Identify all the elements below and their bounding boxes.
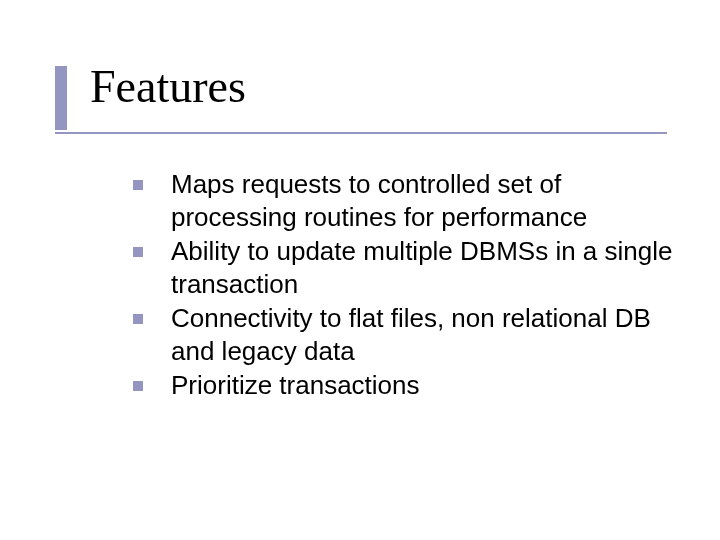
bullet-list: Maps requests to controlled set of proce… [133, 168, 678, 404]
list-item: Maps requests to controlled set of proce… [133, 168, 678, 233]
slide-title: Features [90, 60, 246, 113]
square-bullet-icon [133, 381, 143, 391]
square-bullet-icon [133, 314, 143, 324]
list-item-text: Ability to update multiple DBMSs in a si… [171, 236, 672, 299]
list-item-text: Maps requests to controlled set of proce… [171, 169, 587, 232]
list-item: Connectivity to flat files, non relation… [133, 302, 678, 367]
list-item-text: Prioritize transactions [171, 370, 420, 400]
list-item: Prioritize transactions [133, 369, 678, 402]
title-underline [55, 132, 667, 134]
title-accent-bar [55, 66, 67, 130]
list-item: Ability to update multiple DBMSs in a si… [133, 235, 678, 300]
slide: Features Maps requests to controlled set… [0, 0, 720, 540]
square-bullet-icon [133, 180, 143, 190]
square-bullet-icon [133, 247, 143, 257]
list-item-text: Connectivity to flat files, non relation… [171, 303, 651, 366]
